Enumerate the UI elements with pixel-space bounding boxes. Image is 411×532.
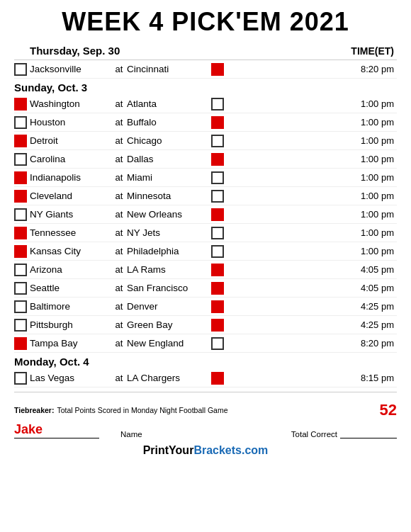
game-time: 4:05 pm [227,264,397,275]
game-time: 1:00 pm [227,227,397,238]
game-row: ArizonaatLA Rams4:05 pm [14,261,397,279]
game-time: 1:00 pm [227,135,397,146]
away-team: New England [127,338,208,349]
at-text: at [111,373,127,383]
game-row: ClevelandatMinnesota1:00 pm [14,187,397,205]
at-text: at [111,135,127,146]
away-checkbox[interactable] [211,63,224,76]
away-team: NY Jets [127,227,208,238]
at-text: at [111,209,127,220]
tiebreaker-score: 52 [380,401,397,419]
home-checkbox[interactable] [14,135,27,147]
home-checkbox[interactable] [14,282,27,295]
home-checkbox[interactable] [14,227,27,239]
home-checkbox[interactable] [14,300,27,313]
home-checkbox[interactable] [14,171,27,184]
home-team: Washington [30,98,111,109]
home-team: Detroit [30,135,111,146]
home-checkbox[interactable] [14,337,27,350]
home-team: Cleveland [30,191,111,201]
away-checkbox[interactable] [211,153,224,166]
game-row: IndianapolisatMiami1:00 pm [14,169,397,187]
all-games: JacksonvilleatCincinnati8:20 pmSunday, O… [14,60,397,387]
game-row: DetroitatChicago1:00 pm [14,132,397,150]
away-checkbox[interactable] [211,190,224,203]
home-team: NY Giants [30,209,111,220]
home-checkbox[interactable] [14,319,27,332]
away-checkbox[interactable] [211,282,224,295]
away-checkbox[interactable] [211,319,224,332]
game-time: 1:00 pm [227,154,397,164]
time-header: TIME(ET) [351,45,397,57]
at-text: at [111,117,127,128]
name-label: Name [120,430,142,438]
away-team: New Orleans [127,209,208,220]
brand-brackets: Brackets [193,444,242,456]
brand-com: com [244,444,268,456]
home-checkbox[interactable] [14,372,27,385]
home-team: Seattle [30,283,111,293]
game-time: 8:20 pm [227,338,397,349]
home-checkbox[interactable] [14,245,27,258]
away-checkbox[interactable] [211,264,224,276]
game-time: 4:25 pm [227,301,397,312]
away-checkbox[interactable] [211,227,224,239]
footer: Tiebreaker: Total Points Scored in Monda… [14,401,397,438]
home-team: Arizona [30,264,111,275]
at-text: at [111,64,127,74]
away-checkbox[interactable] [211,135,224,147]
home-checkbox[interactable] [14,63,27,76]
at-text: at [111,154,127,164]
away-checkbox[interactable] [211,208,224,221]
away-checkbox[interactable] [211,171,224,184]
away-checkbox[interactable] [211,98,224,111]
away-team: San Francisco [127,283,208,293]
home-team: Kansas City [30,246,111,256]
at-text: at [111,283,127,293]
game-row: NY GiantsatNew Orleans1:00 pm [14,205,397,224]
away-team: Denver [127,301,208,312]
away-team: Atlanta [127,98,208,109]
away-checkbox[interactable] [211,300,224,313]
away-checkbox[interactable] [211,116,224,129]
home-checkbox[interactable] [14,208,27,221]
at-text: at [111,338,127,349]
home-checkbox[interactable] [14,116,27,129]
section-label-2: Monday, Oct. 4 [14,356,397,368]
away-checkbox[interactable] [211,337,224,350]
away-team: Green Bay [127,319,208,330]
game-row: SeattleatSan Francisco4:05 pm [14,279,397,298]
brand-your: Your [169,444,193,456]
home-checkbox[interactable] [14,264,27,276]
home-team: Tennessee [30,227,111,238]
home-team: Baltimore [30,301,111,312]
game-row: Las VegasatLA Chargers8:15 pm [14,369,397,387]
at-text: at [111,264,127,275]
game-time: 1:00 pm [227,117,397,128]
away-checkbox[interactable] [211,245,224,258]
total-label: Total Correct [291,430,337,438]
tiebreaker-text: Total Points Scored in Monday Night Foot… [57,406,375,414]
at-text: at [111,172,127,183]
home-team: Tampa Bay [30,338,111,349]
brand-print: Print [143,444,169,456]
away-team: Philadelphia [127,246,208,256]
away-team: LA Chargers [127,373,208,383]
home-team: Jacksonville [30,64,111,74]
at-text: at [111,227,127,238]
game-time: 1:00 pm [227,191,397,201]
game-row: Tampa BayatNew England8:20 pm [14,334,397,353]
game-row: CarolinaatDallas1:00 pm [14,150,397,169]
away-checkbox[interactable] [211,372,224,385]
game-time: 4:05 pm [227,283,397,293]
total-correct-line [340,438,397,438]
away-team: Chicago [127,135,208,146]
thursday-header: Thursday, Sep. 30 [30,45,120,57]
home-team: Houston [30,117,111,128]
home-checkbox[interactable] [14,190,27,203]
game-time: 8:15 pm [227,373,397,383]
game-row: WashingtonatAtlanta1:00 pm [14,95,397,113]
home-checkbox[interactable] [14,153,27,166]
home-checkbox[interactable] [14,98,27,111]
away-team: Cincinnati [127,64,208,74]
